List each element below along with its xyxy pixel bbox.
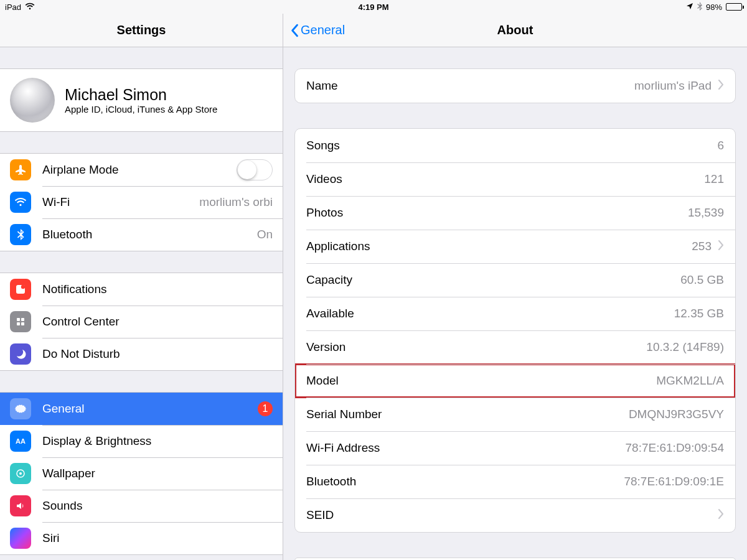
chevron-right-icon: [718, 508, 724, 522]
notifications-icon: [10, 279, 31, 300]
name-card: Name morlium's iPad: [294, 68, 736, 103]
connectivity-group: Airplane Mode Wi-Fi morlium's orbi: [0, 153, 283, 251]
row-value: 15,539: [688, 206, 724, 220]
about-row-version: Version10.3.2 (14F89): [295, 330, 735, 364]
wifi-label: Wi-Fi: [42, 195, 70, 209]
about-row-videos: Videos121: [295, 162, 735, 196]
about-row-capacity: Capacity60.5 GB: [295, 263, 735, 297]
row-key: Applications: [306, 240, 370, 253]
row-key: Model: [306, 374, 339, 388]
row-key: Version: [306, 340, 345, 354]
chevron-right-icon: [718, 240, 724, 253]
control-center-label: Control Center: [42, 315, 120, 329]
row-value: 60.5 GB: [680, 273, 724, 287]
name-value: morlium's iPad: [634, 79, 712, 93]
bluetooth-value: On: [257, 228, 273, 241]
avatar: [10, 78, 55, 123]
location-icon: [686, 2, 693, 12]
airplane-toggle[interactable]: [237, 159, 273, 180]
wifi-icon: [25, 2, 35, 12]
display-label: Display & Brightness: [42, 434, 151, 448]
wifi-row-icon: [10, 192, 31, 213]
profile-sub: Apple ID, iCloud, iTunes & App Store: [65, 104, 217, 114]
bluetooth-label: Bluetooth: [42, 228, 92, 241]
device-name: iPad: [5, 2, 21, 12]
about-row-applications[interactable]: Applications253: [295, 230, 735, 263]
row-key: Serial Number: [306, 408, 382, 421]
settings-sidebar: Settings Michael Simon Apple ID, iCloud,…: [0, 14, 283, 560]
row-value: 10.3.2 (14F89): [646, 340, 724, 354]
notifications-label: Notifications: [42, 282, 107, 296]
siri-icon: [10, 528, 31, 549]
row-value: 78:7E:61:D9:09:54: [626, 441, 724, 455]
status-bar: iPad 4:19 PM 98%: [0, 0, 747, 14]
display-icon: AA: [10, 431, 31, 452]
svg-point-1: [21, 285, 25, 289]
wallpaper-label: Wallpaper: [42, 467, 95, 480]
row-key: Wi-Fi Address: [306, 441, 380, 455]
profile-name: Michael Simon: [65, 86, 217, 104]
gear-icon: [10, 398, 31, 419]
next-card-peek: [294, 558, 736, 560]
battery-percent: 98%: [706, 2, 722, 12]
clock: 4:19 PM: [358, 2, 388, 12]
dnd-label: Do Not Disturb: [42, 347, 120, 361]
about-row-available: Available12.35 GB: [295, 297, 735, 330]
display-row[interactable]: AA Display & Brightness: [0, 425, 283, 457]
sidebar-header: Settings: [0, 14, 283, 47]
alerts-group: Notifications Control Center Do Not Dist…: [0, 273, 283, 371]
chevron-right-icon: [718, 79, 724, 93]
row-value: DMQNJ9R3G5VY: [629, 408, 724, 421]
sounds-label: Sounds: [42, 499, 82, 513]
about-row-bluetooth: Bluetooth78:7E:61:D9:09:1E: [295, 465, 735, 498]
about-row-serial-number: Serial NumberDMQNJ9R3G5VY: [295, 398, 735, 431]
control-center-icon: [10, 311, 31, 332]
row-key: Bluetooth: [306, 475, 356, 488]
about-row-seid[interactable]: SEID: [295, 498, 735, 532]
row-key: Available: [306, 307, 354, 320]
about-row-model: ModelMGKM2LL/A: [295, 364, 735, 398]
about-row-wi-fi-address: Wi-Fi Address78:7E:61:D9:09:54: [295, 431, 735, 465]
apple-id-row[interactable]: Michael Simon Apple ID, iCloud, iTunes &…: [0, 68, 283, 132]
dnd-row[interactable]: Do Not Disturb: [0, 338, 283, 370]
airplane-mode-row[interactable]: Airplane Mode: [0, 154, 283, 186]
bluetooth-status-icon: [697, 2, 702, 12]
row-key: Videos: [306, 172, 342, 186]
name-key: Name: [306, 79, 338, 93]
detail-title: About: [497, 23, 533, 37]
svg-rect-2: [17, 318, 20, 321]
sounds-row[interactable]: Sounds: [0, 490, 283, 522]
general-row[interactable]: General 1: [0, 393, 283, 425]
svg-rect-5: [21, 322, 24, 325]
detail-header: General About: [283, 14, 747, 47]
svg-rect-4: [17, 322, 20, 325]
notifications-row[interactable]: Notifications: [0, 273, 283, 306]
svg-rect-3: [21, 318, 24, 321]
dnd-icon: [10, 343, 31, 365]
device-group: General 1 AA Display & Brightness Wallpa…: [0, 392, 283, 555]
bluetooth-row-icon: [10, 224, 31, 245]
wallpaper-icon: [10, 463, 31, 484]
row-key: Photos: [306, 206, 343, 220]
back-button[interactable]: General: [289, 23, 345, 37]
about-row-photos: Photos15,539: [295, 196, 735, 230]
row-key: SEID: [306, 508, 334, 522]
control-center-row[interactable]: Control Center: [0, 306, 283, 338]
row-value: 253: [692, 240, 712, 253]
siri-row[interactable]: Siri: [0, 522, 283, 554]
sounds-icon: [10, 495, 31, 516]
svg-text:AA: AA: [16, 437, 26, 445]
name-row[interactable]: Name morlium's iPad: [295, 69, 735, 103]
info-card: Songs6Videos121Photos15,539Applications2…: [294, 128, 736, 533]
wifi-row[interactable]: Wi-Fi morlium's orbi: [0, 186, 283, 218]
wallpaper-row[interactable]: Wallpaper: [0, 457, 283, 490]
row-value: MGKM2LL/A: [656, 374, 724, 388]
row-value: 121: [704, 172, 724, 186]
row-key: Songs: [306, 139, 340, 152]
svg-point-8: [19, 472, 22, 475]
airplane-icon: [10, 159, 31, 180]
sidebar-title: Settings: [117, 23, 166, 37]
detail-pane: General About Name morlium's iPad Songs6…: [283, 14, 747, 560]
bluetooth-row[interactable]: Bluetooth On: [0, 218, 283, 251]
about-row-songs: Songs6: [295, 129, 735, 162]
